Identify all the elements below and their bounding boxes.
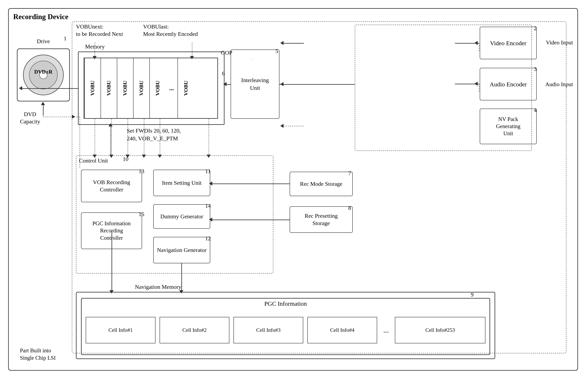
arrowhead-down-1 — [93, 155, 97, 158]
interleaving-unit-box: InterleavingUnit — [231, 50, 279, 119]
arrow-rec-presetting — [210, 219, 290, 220]
arrowhead-down-3 — [126, 155, 130, 158]
gop-dot — [252, 59, 252, 60]
cell-info-dots: ... — [381, 317, 391, 343]
dummy-generator-box: Dummy Generator — [153, 204, 210, 229]
arrow-pgc-navmem — [112, 231, 112, 292]
nav-memory-label: Navigation Memory — [135, 284, 181, 290]
cell-info-3: Cell Info#3 — [234, 317, 303, 343]
interleaving-num: 5 — [275, 48, 278, 54]
cell-info-1: Cell Info#1 — [86, 317, 156, 343]
arrow-vobu-last — [192, 42, 192, 58]
nav-generator-num: 12 — [205, 235, 211, 242]
rec-mode-num: 7 — [348, 170, 351, 176]
recording-device-label: Recording Device — [13, 13, 68, 21]
arrowhead-memory-drive — [19, 86, 22, 90]
arrowhead-video-interleave — [280, 41, 284, 45]
dashed-v-5 — [160, 119, 160, 156]
memory-inner: VOBU VOBU VOBU VOBU VOBU ... VOBU — [84, 58, 218, 119]
audio-input-label: Audio Input — [545, 81, 573, 88]
vob-recording-num: 13 — [139, 168, 144, 175]
cell-info-2: Cell Info#2 — [159, 317, 229, 343]
vobu-last-label: VOBUlast:Most Recently Encoded — [143, 23, 198, 38]
dummy-generator-num: 14 — [205, 203, 211, 209]
drive-num: 1 — [64, 35, 66, 42]
cell-info-253: Cell Info#253 — [395, 317, 485, 343]
arrowhead-interleave-memory — [223, 82, 226, 86]
arrowhead-dvd-cap — [41, 102, 45, 105]
rec-presetting-box: Rec PresettingStorage — [290, 206, 353, 233]
drive-label: Drive — [21, 35, 66, 47]
nv-pack-num: 4 — [534, 107, 537, 113]
part-built-label: Part Built intoSingle Chip LSI — [20, 347, 56, 362]
drive-box: DVD±R — [17, 48, 70, 101]
item-setting-box: Item Setting Unit — [153, 170, 210, 196]
cell-info-4: Cell Info#4 — [307, 317, 377, 343]
dashed-v-4 — [144, 119, 144, 156]
dashed-v-3 — [128, 119, 128, 156]
arrow-video-to-interleave — [281, 43, 304, 44]
audio-encoder-num: 3 — [534, 66, 537, 72]
video-input-label: Video Input — [546, 39, 573, 46]
encoders-dashed-box — [355, 25, 532, 151]
arrowhead-down-2 — [109, 155, 113, 158]
arrowhead-vobu-last — [190, 56, 194, 59]
rec-presetting-num: 8 — [348, 205, 351, 211]
dvd-capacity-label: DVDCapacity — [20, 111, 40, 125]
nav-generator-box: Navigation Generator — [153, 237, 210, 263]
arrow-dvd-cap-v — [43, 104, 44, 116]
arrowhead-down-6 — [207, 155, 211, 158]
arrowhead-rec-mode — [209, 181, 212, 186]
arrowhead-down-5 — [158, 155, 162, 158]
arrowhead-vobu-next — [93, 56, 97, 59]
arrow-navgen-navmem — [181, 263, 182, 292]
dashed-nv-pack — [281, 126, 304, 126]
pgc-info-label: PGC Information — [82, 300, 489, 307]
arrowhead-rec-presetting — [209, 217, 212, 222]
arrowhead-nv-pack — [280, 124, 284, 128]
arrow-vobu-next — [95, 42, 95, 58]
dashed-v-6 — [209, 119, 209, 156]
dashed-v-1 — [95, 119, 95, 156]
gop-label: GOP — [221, 50, 232, 56]
pgc-recording-num: 15 — [139, 211, 144, 217]
arrow-rec-mode-item — [210, 184, 290, 184]
arrow-interleave-right — [279, 84, 355, 85]
set-fwdls-label: Set FWDIs 20, 60, 120,240, VOB_V_E_PTM — [127, 127, 181, 142]
arrow-vob-up — [111, 125, 111, 155]
video-encoder-num: 2 — [534, 25, 537, 32]
vob-recording-box: VOB RecordingController — [81, 170, 142, 202]
arrowhead-down-4 — [142, 155, 146, 158]
arrowhead-dvd-control — [72, 115, 75, 119]
diagram-container: Recording Device Drive 1 DVD±R DVDCapaci… — [8, 8, 578, 371]
control-unit-label: Control Unit — [79, 157, 108, 164]
arrow-memory-drive — [20, 88, 78, 89]
pgc-info-outer: PGC Information Cell Info#1 Cell Info#2 … — [81, 298, 490, 355]
vobu-next-label: VOBUnext:to be Recorded Next — [76, 23, 123, 38]
arrowhead-vob-up — [108, 123, 113, 126]
rec-mode-box: Rec Mode Storage — [290, 172, 353, 196]
dashed-dvd-control-v — [79, 117, 80, 168]
arrowhead-navgen-navmem — [179, 290, 183, 294]
arrowhead-pgc-navmem — [109, 290, 114, 294]
item-setting-num: 11 — [205, 168, 211, 175]
